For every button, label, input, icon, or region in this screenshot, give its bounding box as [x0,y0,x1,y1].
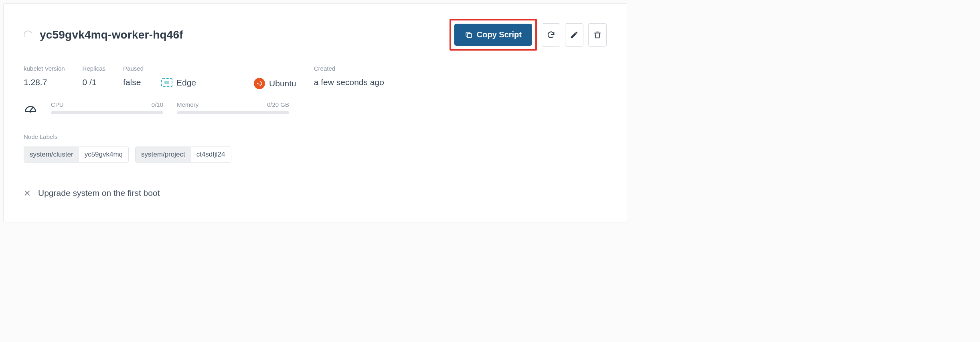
resource-cpu: CPU 0/10 [51,101,163,114]
replicas-label: Replicas [83,65,106,72]
kubelet-version-value: 1.28.7 [24,77,65,87]
loading-spinner-icon [22,29,34,40]
gauge-icon [24,102,37,113]
x-icon [24,189,31,197]
cpu-label: CPU [51,101,64,108]
copy-script-button[interactable]: Copy Script [454,24,532,46]
label-value: yc59gvk4mq [79,147,128,162]
resource-memory: Memory 0/20 GB [177,101,289,114]
header-row: yc59gvk4mq-worker-hq46f Copy Script [24,19,607,51]
resources-row: CPU 0/10 Memory 0/20 GB [24,101,607,114]
label-pill: system/project ct4sdfjl24 [135,147,231,163]
node-title: yc59gvk4mq-worker-hq46f [40,28,183,41]
node-detail-card: yc59gvk4mq-worker-hq46f Copy Script [3,3,627,222]
cpu-bar [51,111,163,114]
boot-option-text: Upgrade system on the first boot [38,188,160,198]
os-label: Ubuntu [269,79,296,88]
stat-created: Created a few seconds ago [314,65,384,87]
delete-button[interactable] [588,23,607,47]
node-labels-heading: Node Labels [24,133,607,140]
label-value: ct4sdfjl24 [191,147,231,162]
paused-label: Paused [123,65,144,72]
node-labels-section: Node Labels system/cluster yc59gvk4mq sy… [24,133,607,163]
label-key: system/project [136,147,191,162]
ubuntu-icon [254,78,265,89]
label-key: system/cluster [24,147,79,162]
copy-script-highlight: Copy Script [450,19,537,51]
paused-value: false [123,77,144,87]
edge-label: Edge [176,78,196,88]
node-labels-row: system/cluster yc59gvk4mq system/project… [24,147,607,163]
edge-chip-icon [161,78,172,87]
stat-edge: Edge [161,78,196,88]
created-label: Created [314,65,384,72]
stat-os: Ubuntu [254,78,296,89]
trash-icon [593,31,602,39]
label-pill: system/cluster yc59gvk4mq [24,147,129,163]
stats-row: kubelet Version 1.28.7 Replicas 0 /1 Pau… [24,65,607,89]
cpu-value: 0/10 [152,101,163,108]
kubelet-version-label: kubelet Version [24,65,65,72]
copy-script-label: Copy Script [477,30,522,39]
title-wrap: yc59gvk4mq-worker-hq46f [24,28,183,41]
copy-icon [465,31,473,39]
edit-button[interactable] [565,23,583,47]
stat-kubelet: kubelet Version 1.28.7 [24,65,65,87]
refresh-button[interactable] [542,23,560,47]
header-actions: Copy Script [450,19,607,51]
boot-option-row: Upgrade system on the first boot [24,188,607,198]
stat-paused: Paused false [123,65,144,87]
stat-replicas: Replicas 0 /1 [83,65,106,87]
memory-value: 0/20 GB [267,101,289,108]
created-value: a few seconds ago [314,77,384,87]
pencil-icon [570,31,579,39]
svg-rect-0 [467,33,471,37]
replicas-value: 0 /1 [83,77,106,87]
svg-point-1 [257,83,258,84]
refresh-icon [547,31,555,39]
memory-bar [177,111,289,114]
memory-label: Memory [177,101,198,108]
